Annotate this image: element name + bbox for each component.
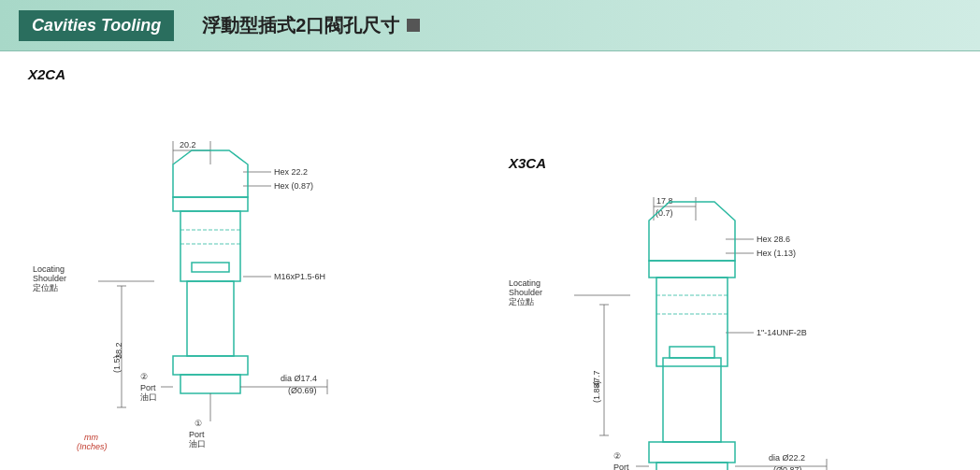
svg-rect-69 [649,442,735,463]
svg-text:Port: Port [189,430,205,439]
svg-text:油口: 油口 [140,392,157,402]
x3ca-diagram: Locating Shoulder 定位點 17.8 (0.7) 47.7 (1… [509,150,911,470]
svg-rect-67 [670,347,714,358]
svg-text:20.2: 20.2 [180,140,196,150]
svg-text:(Ø0.69): (Ø0.69) [288,386,317,395]
page-title: 浮動型插式2口閥孔尺寸 [202,13,420,38]
title-icon [407,19,420,32]
svg-text:②: ② [140,372,148,381]
svg-text:①: ① [195,419,202,428]
svg-rect-21 [180,211,240,281]
svg-rect-63 [649,261,735,278]
svg-rect-27 [180,375,240,393]
x3ca-section: X3CA Locating Shoulder 定位點 17.8 (0.7) 47… [509,66,952,455]
svg-text:Hex (0.87): Hex (0.87) [274,181,313,191]
svg-text:dia  Ø22.2: dia Ø22.2 [769,453,805,463]
svg-rect-68 [663,358,721,442]
svg-text:定位點: 定位點 [509,297,534,306]
svg-text:17.8: 17.8 [656,196,673,206]
x2ca-diagram: 20.2 Hex 22.2 Hex (0.87) Locating Should… [28,90,421,454]
svg-text:(1.88): (1.88) [592,380,601,403]
svg-text:M16xP1.5-6H: M16xP1.5-6H [274,272,325,281]
svg-text:1"-14UNF-2B: 1"-14UNF-2B [757,328,807,337]
svg-rect-20 [173,197,248,211]
svg-text:Locating: Locating [33,264,65,274]
svg-text:油口: 油口 [189,439,206,449]
svg-text:(1.5): (1.5) [112,355,122,373]
x2ca-title: X2CA [28,66,471,82]
svg-text:Shoulder: Shoulder [33,274,66,283]
brand-title: Cavities Tooling [19,10,174,41]
x2ca-section: X2CA 20.2 Hex 22.2 Hex (0.87) Locating S… [28,66,471,455]
svg-text:Shoulder: Shoulder [509,288,542,297]
svg-text:②: ② [613,451,621,461]
svg-text:(Ø0.87): (Ø0.87) [773,465,802,470]
svg-text:Port: Port [613,463,629,470]
main-content: X2CA 20.2 Hex 22.2 Hex (0.87) Locating S… [0,51,980,470]
svg-rect-25 [187,281,234,356]
svg-text:Hex  28.6: Hex 28.6 [757,235,790,244]
svg-text:定位點: 定位點 [33,283,58,292]
svg-rect-26 [173,356,248,375]
svg-text:(Inches): (Inches) [77,442,108,451]
svg-rect-24 [192,263,229,272]
svg-text:Locating: Locating [509,278,540,288]
header: Cavities Tooling 浮動型插式2口閥孔尺寸 [0,0,980,51]
svg-text:Hex  22.2: Hex 22.2 [274,167,308,177]
svg-rect-70 [656,463,728,470]
svg-text:Port: Port [140,383,156,392]
svg-text:dia  Ø17.4: dia Ø17.4 [281,374,317,383]
svg-text:Hex (1.13): Hex (1.13) [757,249,796,258]
svg-text:mm: mm [84,433,98,442]
svg-rect-64 [656,278,728,366]
